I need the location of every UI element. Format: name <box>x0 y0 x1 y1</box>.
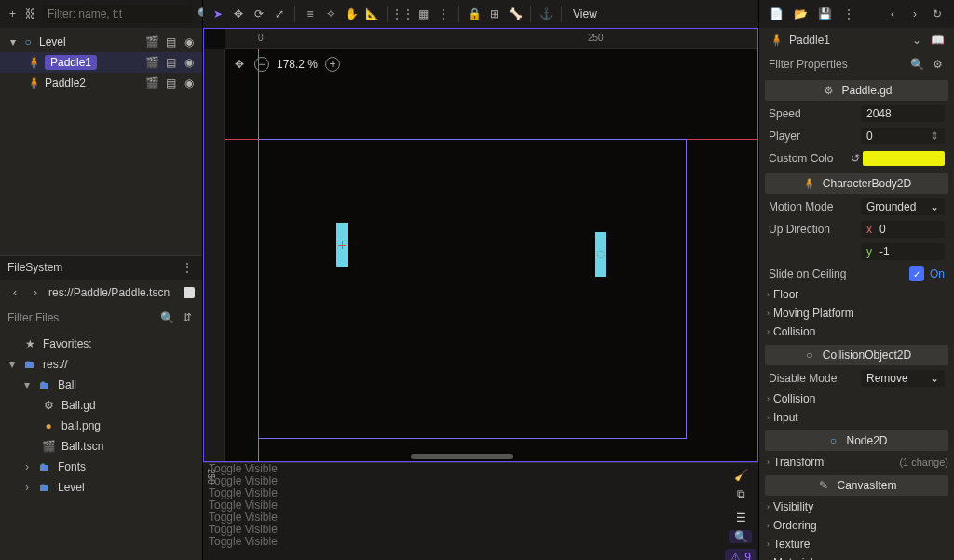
up-dir-x-field[interactable]: x0 <box>861 221 945 238</box>
filter-icon[interactable]: ☰ <box>729 512 752 525</box>
fold-transform[interactable]: ›Transform(1 change) <box>765 453 948 471</box>
error-count-badge[interactable]: ⚠9 <box>725 549 756 560</box>
visibility-icon[interactable]: ◉ <box>182 75 197 90</box>
fs-file[interactable]: 🎬Ball.tscn <box>0 436 202 457</box>
search-output-icon[interactable]: 🔍 <box>729 530 752 543</box>
anchor-icon[interactable]: ⚓ <box>538 7 553 21</box>
clear-output-icon[interactable]: 🧹 <box>729 469 752 482</box>
fold-floor[interactable]: ›Floor <box>765 285 948 304</box>
scene-tree[interactable]: ▾ ○ Level 🎬 ▤ ◉ 🧍 Paddle1 🎬 ▤ ◉ <box>0 28 202 255</box>
search-icon[interactable]: 🔍 <box>159 310 174 325</box>
fold-input[interactable]: ›Input <box>765 408 948 427</box>
zoom-in-icon[interactable]: + <box>325 57 340 72</box>
ruler-tool-icon[interactable]: 📐 <box>364 7 379 21</box>
more-icon[interactable]: ⋮ <box>180 260 195 275</box>
chevron-down-icon[interactable]: ⌄ <box>909 33 924 48</box>
clapper-icon[interactable]: 🎬 <box>144 55 159 70</box>
history-icon[interactable]: ↻ <box>930 7 945 21</box>
move-tool-icon[interactable]: ✥ <box>231 7 246 21</box>
script-icon[interactable]: ▤ <box>163 75 178 90</box>
scale-tool-icon[interactable]: ⤢ <box>272 7 287 21</box>
snap-options-icon[interactable]: ⋮ <box>436 7 451 21</box>
back-icon[interactable]: ‹ <box>7 285 22 300</box>
fold-visibility[interactable]: ›Visibility <box>765 498 948 516</box>
group-icon[interactable]: ⊞ <box>487 7 502 21</box>
clapper-icon[interactable]: 🎬 <box>144 75 159 90</box>
add-node-icon[interactable]: + <box>6 7 20 21</box>
horizontal-scrollbar[interactable] <box>411 454 513 459</box>
fold-ordering[interactable]: ›Ordering <box>765 516 948 535</box>
zoom-value[interactable]: 178.2 % <box>277 58 318 71</box>
scene-node-root[interactable]: ▾ ○ Level 🎬 ▤ ◉ <box>0 32 202 52</box>
inspector-section-charbody[interactable]: 🧍CharacterBody2D <box>765 173 948 194</box>
forward-icon[interactable]: › <box>28 285 43 300</box>
inspector-section-canvasitem[interactable]: ✎CanvasItem <box>765 475 948 496</box>
snap-icon[interactable]: ⋮⋮ <box>395 7 410 21</box>
fold-moving-platform[interactable]: ›Moving Platform <box>765 304 948 322</box>
fs-path[interactable]: res://Paddle/Paddle.tscn <box>48 286 178 299</box>
filesystem-tree[interactable]: ★Favorites: ▾🖿res:// ▾🖿Ball ⚙Ball.gd ●ba… <box>0 330 202 561</box>
visibility-icon[interactable]: ◉ <box>182 55 197 70</box>
inspector-filter-input[interactable]: Filter Properties <box>769 58 904 71</box>
motion-mode-select[interactable]: Grounded⌄ <box>861 198 945 215</box>
select-tool-icon[interactable]: ➤ <box>211 7 225 21</box>
viewport[interactable]: 0 250 250 ✥ − 178.2 % + <box>203 28 758 462</box>
zoom-out-icon[interactable]: − <box>254 57 269 72</box>
player-field[interactable]: 0⇕ <box>861 128 945 144</box>
inspector-section-colobj[interactable]: ○CollisionObject2D <box>765 345 948 365</box>
script-icon[interactable]: ▤ <box>163 55 178 70</box>
new-resource-icon[interactable]: 📄 <box>769 7 784 21</box>
fs-file[interactable]: ●ball.png <box>0 416 202 436</box>
visibility-icon[interactable]: ◉ <box>182 34 197 49</box>
scene-filter-input[interactable] <box>42 5 193 23</box>
inspector-node-name[interactable]: Paddle1 <box>789 34 830 47</box>
fold-collision[interactable]: ›Collision <box>765 322 948 341</box>
copy-output-icon[interactable]: ⧉ <box>729 487 752 500</box>
pan-tool-icon[interactable]: ✋ <box>344 7 359 21</box>
slide-checkbox[interactable]: ✓ <box>909 266 924 281</box>
pivot-icon[interactable]: ✧ <box>323 7 338 21</box>
save-resource-icon[interactable]: 💾 <box>817 7 832 21</box>
script-icon[interactable]: ▤ <box>163 34 178 49</box>
spinner-icon[interactable]: ⇕ <box>930 130 939 143</box>
scene-node-paddle2[interactable]: 🧍 Paddle2 🎬 ▤ ◉ <box>0 73 202 93</box>
docs-icon[interactable]: 📖 <box>930 33 945 48</box>
paddle2-sprite[interactable] <box>595 232 606 277</box>
list-select-icon[interactable]: ≡ <box>303 7 318 21</box>
color-field[interactable] <box>863 151 945 166</box>
rotate-tool-icon[interactable]: ⟳ <box>252 7 266 21</box>
inspector-section-node2d[interactable]: ○Node2D <box>765 430 948 451</box>
fs-favorites[interactable]: ★Favorites: <box>0 334 202 354</box>
scene-node-paddle1[interactable]: 🧍 Paddle1 🎬 ▤ ◉ <box>0 52 202 73</box>
sort-icon[interactable]: ⇵ <box>180 310 195 325</box>
link-icon[interactable]: ⛓ <box>23 7 38 21</box>
speed-field[interactable]: 2048 <box>861 105 945 122</box>
fold-collision2[interactable]: ›Collision <box>765 389 948 408</box>
fs-root[interactable]: ▾🖿res:// <box>0 354 202 375</box>
fs-file[interactable]: ⚙Ball.gd <box>0 395 202 416</box>
load-resource-icon[interactable]: 📂 <box>793 7 808 21</box>
fs-filter-input[interactable]: Filter Files <box>7 311 154 324</box>
lock-icon[interactable]: 🔒 <box>467 7 482 21</box>
fs-folder-fonts[interactable]: ›🖿Fonts <box>0 457 202 477</box>
inspector-section-script[interactable]: ⚙Paddle.gd <box>765 80 948 101</box>
disable-mode-select[interactable]: Remove⌄ <box>861 370 945 387</box>
fs-folder-ball[interactable]: ▾🖿Ball <box>0 375 202 395</box>
grid-snap-icon[interactable]: ▦ <box>416 7 430 21</box>
view-menu[interactable]: View <box>569 5 601 23</box>
fold-material[interactable]: ›Material <box>765 553 948 560</box>
bone-icon[interactable]: 🦴 <box>508 7 523 21</box>
clapper-icon[interactable]: 🎬 <box>144 34 159 49</box>
settings-icon[interactable]: ⚙ <box>930 57 945 72</box>
up-dir-y-field[interactable]: y-1 <box>861 243 945 260</box>
paddle1-sprite[interactable] <box>336 223 348 267</box>
revert-icon[interactable]: ↺ <box>848 151 863 166</box>
more-icon[interactable]: ⋮ <box>841 7 856 21</box>
fold-texture[interactable]: ›Texture <box>765 535 948 553</box>
search-icon[interactable]: 🔍 <box>909 57 924 72</box>
history-back-icon[interactable]: ‹ <box>885 7 900 21</box>
fs-folder-level[interactable]: ›🖿Level <box>0 477 202 498</box>
zoom-reset-icon[interactable]: ✥ <box>232 57 247 72</box>
output-log[interactable]: Toggle Visible Toggle Visible Toggle Vis… <box>203 463 723 560</box>
history-fwd-icon[interactable]: › <box>907 7 922 21</box>
